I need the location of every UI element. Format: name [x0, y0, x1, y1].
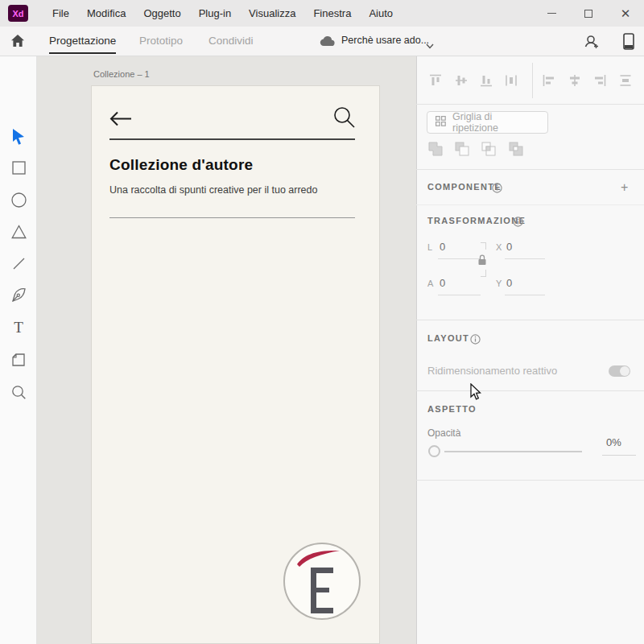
menu-oggetto[interactable]: Oggetto [134, 0, 189, 27]
align-bottom-icon[interactable] [480, 74, 493, 90]
panel-divider [416, 390, 644, 391]
menu-finestra[interactable]: Finestra [304, 0, 360, 27]
artboard-subtitle: Una raccolta di spunti creative per il t… [109, 184, 317, 196]
document-name[interactable]: Perchè usare ado... [341, 35, 429, 46]
link-dimensions-bracket [481, 270, 486, 277]
distribute-horizontal-icon[interactable] [505, 74, 518, 90]
menu-modifica[interactable]: Modifica [78, 0, 134, 27]
component-section-title: COMPONENTE [427, 182, 502, 192]
text-tool-icon[interactable]: T [0, 320, 37, 339]
add-component-button[interactable]: + [621, 181, 628, 194]
artboard-divider-top [109, 138, 355, 140]
adobe-xd-logo: Xd [8, 5, 28, 22]
tab-condividi[interactable]: Condividi [208, 27, 254, 56]
lock-icon[interactable] [477, 254, 487, 269]
repeat-grid-label: Griglia di ripetizione [452, 111, 539, 134]
menu-visualizza[interactable]: Visualizza [240, 0, 304, 27]
appearance-section-title: ASPETTO [427, 404, 477, 414]
ellipse-tool-icon[interactable] [0, 192, 37, 212]
panel-divider [416, 320, 644, 320]
field-underline [505, 295, 545, 295]
opacity-value[interactable]: 0% [606, 436, 621, 448]
align-horizontal-center-icon[interactable] [568, 74, 581, 90]
field-underline [438, 295, 481, 295]
align-right-icon[interactable] [593, 74, 606, 90]
width-field[interactable]: 0 [440, 241, 445, 253]
artboard-divider-bottom [109, 217, 355, 218]
search-icon [332, 105, 356, 132]
align-left-icon[interactable] [543, 74, 555, 90]
y-field-label: Y [496, 279, 502, 288]
repeat-grid-button[interactable]: Griglia di ripetizione [427, 111, 548, 134]
select-tool-icon[interactable] [0, 128, 37, 147]
cloud-icon [320, 35, 336, 51]
home-icon[interactable] [10, 34, 25, 52]
align-vertical-center-icon[interactable] [455, 74, 468, 90]
panel-divider [416, 204, 644, 205]
field-underline [505, 258, 545, 259]
menu-items: File Modifica Oggetto Plug-in Visualizza… [43, 0, 402, 27]
responsive-resize-toggle[interactable] [609, 365, 630, 377]
minimize-icon[interactable] [533, 0, 570, 27]
opacity-slider-track[interactable] [444, 451, 582, 452]
window-controls: ✕ [533, 0, 644, 27]
boolean-union-icon[interactable] [428, 142, 443, 159]
repeat-grid-icon [436, 115, 446, 130]
back-arrow-icon [109, 110, 133, 130]
close-icon[interactable]: ✕ [607, 0, 644, 27]
chevron-down-icon[interactable] [426, 38, 434, 52]
device-preview-icon[interactable] [623, 33, 634, 53]
menu-aiuto[interactable]: Aiuto [360, 0, 402, 27]
boolean-subtract-icon[interactable] [455, 142, 469, 159]
artboard-heading: Collezione d'autore [109, 156, 253, 174]
info-icon[interactable] [492, 182, 502, 196]
inspector-panel [416, 56, 644, 644]
transform-section-title: TRASFORMAZIONE [427, 216, 526, 225]
width-field-label: L [427, 242, 432, 252]
info-icon[interactable] [470, 333, 481, 348]
panel-divider [416, 169, 644, 170]
info-icon[interactable] [513, 216, 523, 230]
menu-file[interactable]: File [43, 0, 78, 27]
height-field[interactable]: 0 [440, 277, 445, 289]
field-underline [438, 258, 481, 259]
pen-tool-icon[interactable] [0, 287, 37, 307]
add-collaborator-icon[interactable] [583, 33, 601, 54]
maximize-icon[interactable] [570, 0, 607, 27]
menu-bar: Xd File Modifica Oggetto Plug-in Visuali… [0, 0, 644, 27]
responsive-resize-label: Ridimensionamento reattivo [427, 365, 557, 377]
artboard-name-label[interactable]: Collezione – 1 [93, 69, 150, 79]
panel-divider [416, 104, 644, 105]
align-group-divider [532, 63, 533, 98]
x-field-label: X [496, 242, 502, 252]
rectangle-tool-icon[interactable] [0, 161, 37, 180]
line-tool-icon[interactable] [0, 257, 37, 276]
y-field[interactable]: 0 [506, 277, 512, 289]
menu-plugin[interactable]: Plug-in [190, 0, 240, 27]
distribute-vertical-icon[interactable] [619, 74, 632, 90]
tool-rail: T [0, 56, 37, 644]
opacity-slider-handle[interactable] [428, 445, 440, 457]
opacity-label: Opacità [427, 427, 460, 439]
zoom-tool-icon[interactable] [0, 385, 37, 404]
x-field[interactable]: 0 [506, 241, 512, 253]
tab-prototipo[interactable]: Prototipo [139, 27, 183, 56]
height-field-label: A [427, 279, 433, 288]
align-top-icon[interactable] [429, 74, 442, 90]
link-dimensions-bracket [481, 242, 486, 250]
tab-progettazione[interactable]: Progettazione [49, 27, 116, 56]
app-toolbar: Progettazione Prototipo Condividi Perchè… [0, 27, 644, 56]
layout-section-title: LAYOUT [427, 333, 469, 343]
boolean-intersect-icon[interactable] [481, 142, 496, 159]
opacity-value-underline [602, 455, 636, 456]
artboard-tool-icon[interactable] [0, 353, 37, 372]
boolean-exclude-icon[interactable] [509, 142, 523, 159]
panel-divider [416, 480, 644, 481]
logo-letter [311, 568, 333, 617]
polygon-tool-icon[interactable] [0, 225, 37, 244]
